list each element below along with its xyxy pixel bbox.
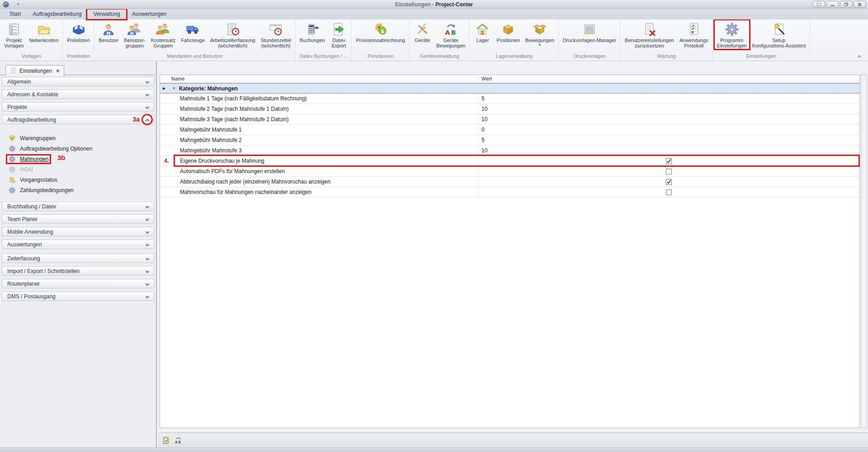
ribbon-button-benutzereinstellungen-zuruecksetzen[interactable]: Benutzereinstellungenzurücksetzen — [622, 21, 677, 49]
column-header-name[interactable]: Name — [168, 75, 478, 83]
sidebar-item-auftragsbearbeitung-optionen[interactable]: Auftragsbearbeitung Optionen — [2, 143, 154, 154]
sidebar-section-import-export-schnittstellen[interactable]: Import / Export / Schnittstellen — [2, 266, 154, 276]
group-collapse-icon[interactable]: ▼ — [172, 86, 176, 90]
ribbon-button-label: Gruppen — [154, 43, 173, 48]
menu-tab-auftragsbearbeitung[interactable]: Auftragsbearbeitung — [27, 9, 87, 19]
ribbon-group-label: Einstellungen — [713, 52, 810, 61]
vertical-scrollbar[interactable] — [861, 75, 867, 428]
sidebar-item-warengruppen[interactable]: Warengruppen — [2, 133, 154, 143]
anwendungs-protokoll-icon — [687, 21, 701, 38]
ribbon-button-projekt-vorlagen[interactable]: ProjektVorlagen — [1, 21, 26, 49]
ribbon-button-label: Anwendungs — [679, 38, 708, 43]
table-row[interactable]: Mahngebühr Mahnstufe 25 — [160, 135, 859, 146]
ribbon-button-setup-konfigurations-assistent[interactable]: SetupKonfigurations-Assistent — [750, 21, 809, 49]
sidebar-section-adressen-kontakte[interactable]: Adressen & Kontakte — [2, 89, 154, 99]
window-bottom-edge — [0, 447, 868, 452]
benutzergruppen-icon — [127, 21, 142, 38]
close-icon[interactable]: × — [56, 68, 60, 74]
ribbon-group-mandanten-und-benutzer: BenutzerBenutzer-gruppenKostensatzGruppe… — [94, 19, 296, 61]
ribbon-button-anwendungs-protokoll[interactable]: AnwendungsProtokoll — [677, 21, 711, 49]
sidebar-section-dms-postausgang[interactable]: DMS / Postausgang — [2, 292, 154, 301]
ribbon-button-programm-einstellungen[interactable]: ProgrammEinstellungen2. — [714, 21, 750, 49]
ribbon-button-druckvorlagen-manager[interactable]: Druckvorlagen-Manager — [560, 21, 619, 43]
sidebar-item-label: HOAI — [20, 166, 33, 173]
checkbox-checked[interactable] — [666, 158, 672, 164]
ribbon-button-benutzer-gruppen[interactable]: Benutzer-gruppen — [121, 21, 148, 49]
restore-button[interactable] — [840, 1, 852, 8]
arbeitszeiterfassung-icon — [226, 21, 240, 38]
ribbon-button-geraete[interactable]: Geräte — [411, 21, 434, 43]
ribbon-group-items: GeräteABGeräteBewegungen — [410, 19, 469, 52]
quick-access-dropdown-icon[interactable]: ▾ — [17, 2, 19, 6]
menu-tab-verwaltung[interactable]: Verwaltung1. — [87, 9, 126, 19]
ribbon-button-label: Benutzereinstellungen — [625, 38, 674, 43]
cell-name: Abbruchdialog nach jeder (einzelnen) Mah… — [168, 177, 478, 187]
sidebar-section-auswertungen[interactable]: Auswertungen — [2, 240, 154, 249]
sidebar-item-mahnungen[interactable]: Mahnungen3b — [2, 154, 154, 164]
ribbon-button-positionen[interactable]: Positionen — [494, 21, 522, 43]
sidebar-section-mobile-anwendung[interactable]: Mobile Anwendung — [2, 227, 154, 236]
ribbon-button-label: Geräte — [443, 38, 459, 43]
sidebar-item-label: Zahlungsbedingungen — [20, 187, 74, 193]
close-button[interactable] — [854, 1, 866, 8]
ribbon-button-benutzer[interactable]: Benutzer — [96, 21, 121, 43]
app-logo-icon[interactable] — [3, 1, 9, 8]
ribbon-collapse-button[interactable] — [858, 53, 862, 57]
ribbon-button-label: Programm — [720, 38, 743, 43]
ribbon-button-datev-export[interactable]: DatevExport — [327, 21, 350, 49]
checkbox-unchecked[interactable] — [666, 169, 672, 174]
sidebar-section-projekte[interactable]: Projekte — [2, 102, 154, 112]
ribbon-group-label: Lagerverwaltung — [470, 52, 558, 61]
table-row[interactable]: Mahngebühr Mahnstufe 310 — [160, 146, 859, 156]
ribbon-button-provisionsabrechnung[interactable]: €$Provisionsabrechnung — [353, 21, 408, 43]
table-row[interactable]: Mahnstufe 1 Tage (nach Fälligkeitsdatum … — [160, 94, 859, 104]
clipboard-check-icon[interactable] — [162, 436, 170, 444]
sidebar-section-routenplaner[interactable]: Routenplaner — [2, 279, 154, 288]
menu-tab-auswertungen[interactable]: Auswertungen — [126, 9, 173, 19]
kostensatz-gruppen-icon — [156, 21, 170, 38]
ribbon-button-stundenzettel-woechentlich[interactable]: Stundenzettel(wöchentlich) — [258, 21, 293, 49]
ribbon-button-fahrzeuge[interactable]: Fahrzeuge — [178, 21, 208, 43]
sidebar-item-wrap: Auftragsbearbeitung Optionen — [9, 145, 92, 152]
table-row[interactable]: Mahnstufe 2 Tage (nach Mahnstufe 1 Datum… — [160, 104, 859, 114]
chevron-down-icon — [146, 282, 149, 286]
ribbon-group-wartung: BenutzereinstellungenzurücksetzenAnwendu… — [621, 19, 712, 61]
sidebar-section-team-planer[interactable]: Team Planer — [2, 214, 154, 224]
checkbox-checked[interactable] — [666, 179, 672, 185]
table-group-row[interactable]: ▶ ▼ Kategorie: Mahnungen — [160, 83, 859, 94]
column-header-wert[interactable]: Wert — [478, 75, 859, 83]
table-row[interactable]: Eigene Druckvorschau je Mahnung4. — [160, 156, 859, 166]
ribbon-button-kostensatz-gruppen[interactable]: KostensatzGruppen — [148, 21, 178, 49]
ribbon-button-preislisten[interactable]: Preislisten — [64, 21, 93, 43]
sidebar-section-zeiterfassung[interactable]: Zeiterfassung — [2, 254, 154, 263]
fullscreen-button[interactable] — [813, 1, 825, 8]
table-row[interactable]: Abbruchdialog nach jeder (einzelnen) Mah… — [160, 177, 859, 187]
ribbon-button-arbeitszeiterfassung-woechentlich[interactable]: Arbeitszeiterfassung(wöchentlich) — [208, 21, 258, 49]
ribbon-button-buchungen[interactable]: Buchungen — [297, 21, 328, 43]
minimize-button[interactable] — [826, 1, 839, 8]
menu-tab-start[interactable]: Start — [4, 9, 27, 19]
ribbon-button-bewegungen[interactable]: Bewegungen▾ — [523, 21, 557, 47]
ribbon-button-label: Lager — [476, 38, 489, 43]
sidebar-section-auftragsbearbeitung[interactable]: Auftragsbearbeitung3a — [2, 115, 154, 124]
cell-name: Mahngebühr Mahnstufe 2 — [168, 135, 478, 145]
sidebar-item-zahlungsbedingungen[interactable]: Zahlungsbedingungen — [2, 185, 154, 195]
sidebar-item-vorgangsstatus[interactable]: Vorgangsstatus — [2, 174, 154, 185]
ribbon-group-druckvorlagen: Druckvorlagen-ManagerDruckvorlagen — [559, 19, 621, 61]
cell-wert — [478, 187, 859, 197]
table-row[interactable]: Mahnvorschau für Mahnungen nacheinander … — [160, 187, 859, 198]
ribbon-button-lager[interactable]: Lager — [471, 21, 494, 43]
table-row[interactable]: Mahnstufe 3 Tage (nach Mahnstufe 2 Datum… — [160, 114, 859, 125]
ab-compare-icon[interactable]: AB — [174, 436, 182, 444]
sidebar-section-buchhaltung-datev[interactable]: Buchhaltung / Datev — [2, 202, 154, 211]
ribbon-button-nebenkosten[interactable]: Nebenkosten — [26, 21, 61, 43]
checkbox-unchecked[interactable] — [666, 189, 672, 195]
ribbon-button-geraete-bewegungen[interactable]: ABGeräteBewegungen — [434, 21, 468, 49]
chevron-down-icon — [146, 243, 149, 246]
tab-einstellungen[interactable]: Einstellungen × — [5, 65, 64, 76]
sidebar-item-wrap: HOAI — [9, 166, 33, 173]
table-row[interactable]: Automatisch PDFs für Mahnungen erstellen — [160, 166, 859, 177]
sidebar-section-allgemein[interactable]: Allgemein — [2, 77, 154, 86]
ribbon-group-preislisten: PreislistenPreislisten — [63, 19, 94, 61]
table-row[interactable]: Mahngebühr Mahnstufe 10 — [160, 125, 859, 135]
